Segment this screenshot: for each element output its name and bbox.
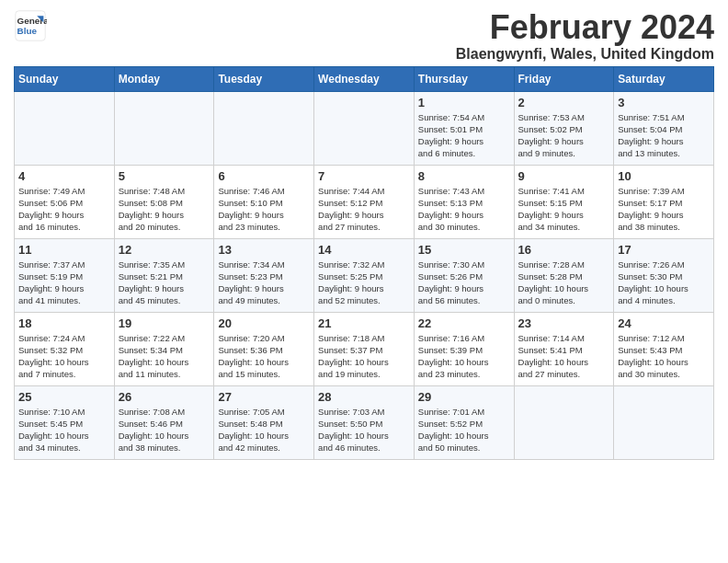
day-number: 27 [218,390,310,404]
page-header: General Blue February 2024 Blaengwynfi, … [14,9,714,63]
day-number: 29 [418,390,510,404]
day-info: Sunrise: 7:24 AM Sunset: 5:32 PM Dayligh… [18,332,110,381]
logo-icon: General Blue [14,9,47,42]
calendar-cell: 4Sunrise: 7:49 AM Sunset: 5:06 PM Daylig… [15,165,115,238]
day-info: Sunrise: 7:14 AM Sunset: 5:41 PM Dayligh… [518,332,610,381]
calendar-cell: 7Sunrise: 7:44 AM Sunset: 5:12 PM Daylig… [314,165,415,238]
day-number: 20 [218,316,310,330]
day-number: 28 [318,390,410,404]
calendar-week-2: 4Sunrise: 7:49 AM Sunset: 5:06 PM Daylig… [15,165,714,238]
day-number: 13 [218,243,310,257]
day-info: Sunrise: 7:10 AM Sunset: 5:45 PM Dayligh… [18,406,110,454]
calendar-cell: 11Sunrise: 7:37 AM Sunset: 5:19 PM Dayli… [15,238,115,312]
column-header-friday: Friday [514,66,614,91]
calendar-cell: 26Sunrise: 7:08 AM Sunset: 5:46 PM Dayli… [114,385,214,459]
day-info: Sunrise: 7:03 AM Sunset: 5:50 PM Dayligh… [318,406,410,454]
calendar-cell [114,91,214,165]
calendar-cell: 14Sunrise: 7:32 AM Sunset: 5:25 PM Dayli… [314,238,415,312]
calendar-week-3: 11Sunrise: 7:37 AM Sunset: 5:19 PM Dayli… [15,238,714,312]
location-title: Blaengwynfi, Wales, United Kingdom [456,46,714,63]
calendar-cell: 9Sunrise: 7:41 AM Sunset: 5:15 PM Daylig… [514,165,614,238]
calendar-cell [15,91,115,165]
day-number: 22 [418,316,510,330]
day-number: 10 [618,169,710,183]
day-info: Sunrise: 7:22 AM Sunset: 5:34 PM Dayligh… [119,332,210,381]
day-info: Sunrise: 7:53 AM Sunset: 5:02 PM Dayligh… [518,111,610,160]
calendar-cell: 18Sunrise: 7:24 AM Sunset: 5:32 PM Dayli… [15,312,115,385]
column-header-saturday: Saturday [614,66,714,91]
day-info: Sunrise: 7:32 AM Sunset: 5:25 PM Dayligh… [318,259,410,307]
day-info: Sunrise: 7:37 AM Sunset: 5:19 PM Dayligh… [18,259,110,307]
day-info: Sunrise: 7:05 AM Sunset: 5:48 PM Dayligh… [218,406,310,454]
day-info: Sunrise: 7:44 AM Sunset: 5:12 PM Dayligh… [318,185,410,234]
calendar-cell: 20Sunrise: 7:20 AM Sunset: 5:36 PM Dayli… [214,312,314,385]
svg-text:Blue: Blue [17,26,38,36]
logo: General Blue [14,9,47,42]
day-info: Sunrise: 7:34 AM Sunset: 5:23 PM Dayligh… [218,259,310,307]
calendar-cell: 13Sunrise: 7:34 AM Sunset: 5:23 PM Dayli… [214,238,314,312]
calendar-cell: 22Sunrise: 7:16 AM Sunset: 5:39 PM Dayli… [414,312,514,385]
calendar-week-1: 1Sunrise: 7:54 AM Sunset: 5:01 PM Daylig… [15,91,714,165]
calendar-cell: 29Sunrise: 7:01 AM Sunset: 5:52 PM Dayli… [414,385,514,459]
title-block: February 2024 Blaengwynfi, Wales, United… [456,9,714,63]
calendar-week-4: 18Sunrise: 7:24 AM Sunset: 5:32 PM Dayli… [15,312,714,385]
day-info: Sunrise: 7:01 AM Sunset: 5:52 PM Dayligh… [418,406,510,454]
calendar-cell: 10Sunrise: 7:39 AM Sunset: 5:17 PM Dayli… [614,165,714,238]
day-number: 1 [418,96,510,109]
calendar-body: 1Sunrise: 7:54 AM Sunset: 5:01 PM Daylig… [15,91,714,459]
day-number: 21 [318,316,410,330]
calendar-cell: 16Sunrise: 7:28 AM Sunset: 5:28 PM Dayli… [514,238,614,312]
column-header-tuesday: Tuesday [214,66,314,91]
day-info: Sunrise: 7:43 AM Sunset: 5:13 PM Dayligh… [418,185,510,234]
day-number: 15 [418,243,510,257]
calendar-cell: 27Sunrise: 7:05 AM Sunset: 5:48 PM Dayli… [214,385,314,459]
day-number: 9 [518,169,610,183]
calendar-cell: 5Sunrise: 7:48 AM Sunset: 5:08 PM Daylig… [114,165,214,238]
day-info: Sunrise: 7:41 AM Sunset: 5:15 PM Dayligh… [518,185,610,234]
calendar-cell: 17Sunrise: 7:26 AM Sunset: 5:30 PM Dayli… [614,238,714,312]
calendar-cell [514,385,614,459]
calendar-header: SundayMondayTuesdayWednesdayThursdayFrid… [15,66,714,91]
day-number: 12 [119,243,210,257]
calendar-cell: 6Sunrise: 7:46 AM Sunset: 5:10 PM Daylig… [214,165,314,238]
day-info: Sunrise: 7:49 AM Sunset: 5:06 PM Dayligh… [18,185,110,234]
calendar-cell: 3Sunrise: 7:51 AM Sunset: 5:04 PM Daylig… [614,91,714,165]
calendar-cell: 8Sunrise: 7:43 AM Sunset: 5:13 PM Daylig… [414,165,514,238]
calendar-cell: 19Sunrise: 7:22 AM Sunset: 5:34 PM Dayli… [114,312,214,385]
day-number: 16 [518,243,610,257]
day-number: 19 [119,316,210,330]
day-info: Sunrise: 7:30 AM Sunset: 5:26 PM Dayligh… [418,259,510,307]
calendar-cell [614,385,714,459]
day-number: 26 [119,390,210,404]
calendar-cell: 15Sunrise: 7:30 AM Sunset: 5:26 PM Dayli… [414,238,514,312]
day-info: Sunrise: 7:54 AM Sunset: 5:01 PM Dayligh… [418,111,510,160]
day-info: Sunrise: 7:16 AM Sunset: 5:39 PM Dayligh… [418,332,510,381]
day-info: Sunrise: 7:18 AM Sunset: 5:37 PM Dayligh… [318,332,410,381]
column-header-wednesday: Wednesday [314,66,415,91]
day-number: 3 [618,96,710,109]
calendar-cell [214,91,314,165]
day-info: Sunrise: 7:12 AM Sunset: 5:43 PM Dayligh… [618,332,710,381]
day-number: 2 [518,96,610,109]
column-header-thursday: Thursday [414,66,514,91]
day-number: 5 [119,169,210,183]
day-number: 8 [418,169,510,183]
calendar-cell: 25Sunrise: 7:10 AM Sunset: 5:45 PM Dayli… [15,385,115,459]
calendar-cell: 24Sunrise: 7:12 AM Sunset: 5:43 PM Dayli… [614,312,714,385]
calendar-cell: 2Sunrise: 7:53 AM Sunset: 5:02 PM Daylig… [514,91,614,165]
day-number: 23 [518,316,610,330]
day-number: 7 [318,169,410,183]
day-number: 6 [218,169,310,183]
calendar-week-5: 25Sunrise: 7:10 AM Sunset: 5:45 PM Dayli… [15,385,714,459]
calendar-cell: 21Sunrise: 7:18 AM Sunset: 5:37 PM Dayli… [314,312,415,385]
day-number: 25 [18,390,110,404]
calendar-table: SundayMondayTuesdayWednesdayThursdayFrid… [14,66,714,460]
day-number: 11 [18,243,110,257]
column-header-sunday: Sunday [15,66,115,91]
day-info: Sunrise: 7:46 AM Sunset: 5:10 PM Dayligh… [218,185,310,234]
day-number: 17 [618,243,710,257]
day-info: Sunrise: 7:51 AM Sunset: 5:04 PM Dayligh… [618,111,710,160]
column-header-monday: Monday [114,66,214,91]
day-info: Sunrise: 7:20 AM Sunset: 5:36 PM Dayligh… [218,332,310,381]
day-number: 14 [318,243,410,257]
